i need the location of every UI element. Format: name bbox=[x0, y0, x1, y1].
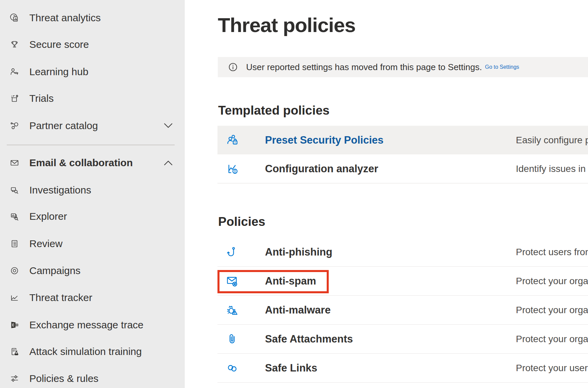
row-description: Protect your organiz bbox=[516, 334, 588, 345]
anti-phishing-icon bbox=[226, 245, 239, 259]
policies-heading: Policies bbox=[218, 214, 265, 229]
sidebar-item-label: Learning hub bbox=[29, 66, 88, 78]
sidebar-item-label: Trials bbox=[29, 93, 54, 104]
threat-tracker-icon bbox=[7, 292, 22, 303]
sidebar-item-label: Investigations bbox=[29, 184, 91, 196]
row-label: Anti-malware bbox=[265, 304, 331, 316]
sidebar: Threat analytics Secure score bbox=[0, 0, 185, 388]
sidebar-item-exchange-message-trace[interactable]: Exchange message trace bbox=[0, 311, 185, 338]
sidebar-item-label: Campaigns bbox=[29, 265, 81, 276]
sidebar-item-email-collaboration[interactable]: Email & collaboration bbox=[0, 149, 185, 176]
sidebar-item-label: Policies & rules bbox=[29, 373, 98, 384]
anti-malware-icon bbox=[226, 303, 239, 317]
row-description: Protect your organiz bbox=[516, 276, 588, 287]
go-to-settings-link[interactable]: Go to Settings bbox=[485, 64, 519, 70]
page-title: Threat policies bbox=[218, 14, 355, 36]
threat-policies-screen: Threat analytics Secure score bbox=[0, 0, 588, 388]
banner-message: User reported settings has moved from th… bbox=[246, 62, 482, 72]
row-preset-security-policies[interactable]: Preset Security Policies Easily configur… bbox=[217, 126, 588, 154]
row-anti-spam[interactable]: Anti-spam Protect your organiz bbox=[217, 267, 588, 296]
sidebar-item-label: Threat analytics bbox=[29, 12, 101, 24]
sidebar-item-threat-tracker[interactable]: Threat tracker bbox=[0, 284, 185, 311]
sidebar-item-label: Partner catalog bbox=[29, 120, 98, 131]
row-description: Protect your organiz bbox=[516, 305, 588, 316]
configuration-analyzer-icon bbox=[226, 162, 240, 176]
sidebar-item-investigations[interactable]: Investigations bbox=[0, 177, 185, 204]
secure-score-icon bbox=[7, 39, 22, 50]
sidebar-item-label: Review bbox=[29, 238, 62, 249]
safe-links-icon bbox=[226, 361, 239, 375]
sidebar-item-label: Attack simulation training bbox=[29, 346, 142, 357]
email-collaboration-icon bbox=[7, 157, 22, 168]
sidebar-divider bbox=[7, 145, 175, 145]
threat-analytics-icon bbox=[7, 12, 22, 23]
preset-security-policies-link[interactable]: Preset Security Policies bbox=[265, 134, 384, 146]
sidebar-item-secure-score[interactable]: Secure score bbox=[0, 31, 185, 58]
sidebar-item-attack-simulation-training[interactable]: Attack simulation training bbox=[0, 338, 185, 365]
trials-icon bbox=[7, 93, 22, 104]
sidebar-item-label: Explorer bbox=[29, 211, 67, 222]
main-content: Threat policies User reported settings h… bbox=[185, 0, 588, 388]
row-safe-links[interactable]: Safe Links Protect your users fr bbox=[217, 354, 588, 383]
sidebar-item-label: Exchange message trace bbox=[29, 319, 144, 331]
attack-simulation-training-icon bbox=[7, 346, 22, 357]
row-description: Identify issues in you bbox=[516, 163, 588, 174]
sidebar-item-label: Email & collaboration bbox=[29, 157, 133, 169]
anti-spam-icon bbox=[226, 274, 239, 288]
row-description: Protect your users fr bbox=[516, 363, 588, 374]
info-icon bbox=[227, 61, 239, 73]
learning-hub-icon bbox=[7, 66, 22, 77]
sidebar-item-policies-rules[interactable]: Policies & rules bbox=[0, 365, 185, 388]
partner-catalog-icon bbox=[7, 120, 22, 131]
sidebar-item-trials[interactable]: Trials bbox=[0, 85, 185, 112]
preset-security-policies-icon bbox=[226, 133, 240, 147]
sidebar-item-label: Threat tracker bbox=[29, 292, 92, 303]
safe-attachments-icon bbox=[226, 332, 239, 346]
sidebar-item-campaigns[interactable]: Campaigns bbox=[0, 257, 185, 284]
sidebar-item-explorer[interactable]: Explorer bbox=[0, 203, 185, 230]
row-label: Configuration analyzer bbox=[265, 163, 378, 175]
row-configuration-analyzer[interactable]: Configuration analyzer Identify issues i… bbox=[217, 154, 588, 183]
chevron-down-icon[interactable] bbox=[164, 123, 173, 128]
row-safe-attachments[interactable]: Safe Attachments Protect your organiz bbox=[217, 325, 588, 354]
policies-rules-icon bbox=[7, 373, 22, 384]
row-label: Safe Attachments bbox=[265, 333, 353, 345]
explorer-icon bbox=[7, 211, 22, 222]
review-icon bbox=[7, 238, 22, 249]
info-banner: User reported settings has moved from th… bbox=[218, 57, 588, 77]
sidebar-item-learning-hub[interactable]: Learning hub bbox=[0, 58, 185, 85]
row-label: Anti-phishing bbox=[265, 246, 332, 258]
row-label: Anti-spam bbox=[265, 275, 316, 287]
sidebar-item-label: Secure score bbox=[29, 39, 89, 50]
row-anti-phishing[interactable]: Anti-phishing Protect users from p bbox=[217, 238, 588, 267]
row-description: Easily configure prot bbox=[516, 135, 588, 146]
row-label: Safe Links bbox=[265, 362, 317, 374]
sidebar-item-threat-analytics[interactable]: Threat analytics bbox=[0, 4, 185, 31]
templated-policies-heading: Templated policies bbox=[218, 103, 329, 118]
exchange-message-trace-icon bbox=[7, 320, 22, 330]
sidebar-item-review[interactable]: Review bbox=[0, 230, 185, 257]
row-anti-malware[interactable]: Anti-malware Protect your organiz bbox=[217, 296, 588, 325]
row-description: Protect users from p bbox=[516, 247, 588, 258]
campaigns-icon bbox=[7, 265, 22, 276]
investigations-icon bbox=[7, 185, 22, 196]
sidebar-item-partner-catalog[interactable]: Partner catalog bbox=[0, 112, 185, 139]
chevron-up-icon[interactable] bbox=[164, 160, 173, 166]
